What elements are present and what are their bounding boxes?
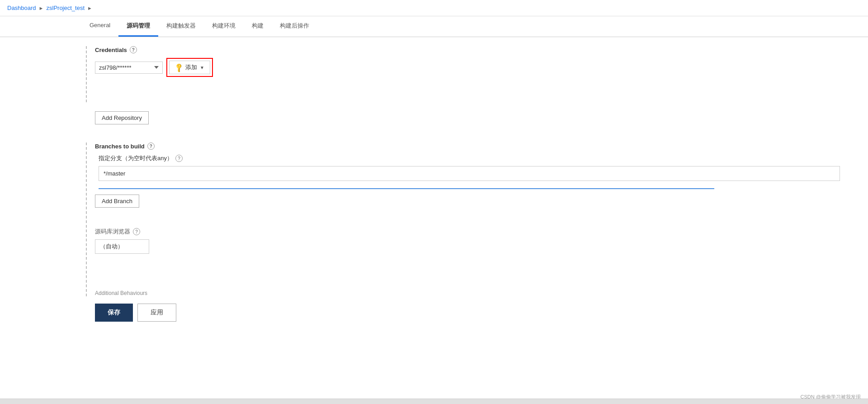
add-branch-wrapper: Add Branch: [95, 195, 714, 219]
credentials-row: zsl798/****** 🔑 添加 ▼: [95, 58, 714, 77]
branch-spec-help-icon[interactable]: ?: [175, 155, 183, 162]
branches-label: Branches to build ?: [95, 143, 714, 150]
main-content: General 源码管理 构建触发器 构建环境 构建 构建后操作 Credent…: [0, 16, 868, 404]
add-btn-wrapper: 🔑 添加 ▼: [166, 58, 213, 77]
credentials-label: Credentials ?: [95, 46, 714, 53]
credentials-text: Credentials: [95, 47, 127, 53]
key-icon: 🔑: [174, 62, 184, 72]
apply-button[interactable]: 应用: [137, 304, 176, 322]
credentials-select[interactable]: zsl798/******: [95, 62, 163, 74]
breadcrumb-sep2: ►: [87, 5, 92, 11]
breadcrumb-dashboard[interactable]: Dashboard: [7, 5, 36, 11]
branches-dashed-line: [86, 143, 87, 296]
source-browser-value-wrapper: （自动）: [95, 239, 714, 254]
dashed-line: [86, 46, 87, 102]
credentials-help-icon[interactable]: ?: [130, 46, 137, 53]
breadcrumb-sep1: ►: [39, 5, 44, 11]
add-repository-button[interactable]: Add Repository: [95, 111, 149, 124]
add-credentials-button[interactable]: 🔑 添加 ▼: [169, 61, 210, 74]
breadcrumb-bar: Dashboard ► zslProject_test ►: [0, 0, 868, 16]
branch-input-wrapper: [99, 166, 840, 181]
save-button[interactable]: 保存: [95, 304, 133, 322]
tab-source[interactable]: 源码管理: [118, 16, 158, 37]
additional-behaviours: Additional Behaviours: [95, 285, 714, 296]
tab-post[interactable]: 构建后操作: [272, 16, 317, 37]
add-btn-label: 添加: [185, 63, 197, 71]
add-branch-button[interactable]: Add Branch: [95, 195, 139, 208]
content-area: Credentials ? zsl798/****** 🔑 添加 ▼: [0, 37, 868, 404]
credentials-section: Credentials ? zsl798/****** 🔑 添加 ▼: [86, 46, 714, 102]
tab-general[interactable]: General: [81, 16, 118, 37]
tab-triggers[interactable]: 构建触发器: [158, 16, 204, 37]
additional-behaviours-label: Additional Behaviours: [95, 290, 714, 296]
source-browser-text: 源码库浏览器: [95, 228, 130, 236]
branches-text: Branches to build: [95, 143, 145, 150]
branch-input[interactable]: [99, 166, 840, 181]
action-buttons: 保存 应用: [95, 304, 714, 322]
tab-build[interactable]: 构建: [244, 16, 272, 37]
source-browser-help-icon[interactable]: ?: [133, 228, 140, 235]
bottom-scrollbar[interactable]: [0, 399, 868, 404]
branch-spec-wrapper: 指定分支（为空时代表any） ?: [99, 154, 714, 189]
branch-spec-text: 指定分支（为空时代表any）: [99, 154, 173, 162]
source-browser-label: 源码库浏览器 ?: [95, 228, 714, 236]
breadcrumb-project[interactable]: zslProject_test: [47, 5, 85, 11]
branches-help-icon[interactable]: ?: [147, 143, 155, 150]
tab-environment[interactable]: 构建环境: [204, 16, 244, 37]
content-inner: Credentials ? zsl798/****** 🔑 添加 ▼: [81, 46, 714, 322]
source-browser-value: （自动）: [95, 239, 149, 254]
add-repository-wrapper: Add Repository: [95, 107, 714, 133]
tab-bar: General 源码管理 构建触发器 构建环境 构建 构建后操作: [0, 16, 868, 37]
add-btn-caret-icon: ▼: [200, 65, 204, 70]
branch-spec-label: 指定分支（为空时代表any） ?: [99, 154, 714, 162]
branches-section: Branches to build ? 指定分支（为空时代表any） ? Add: [86, 143, 714, 296]
